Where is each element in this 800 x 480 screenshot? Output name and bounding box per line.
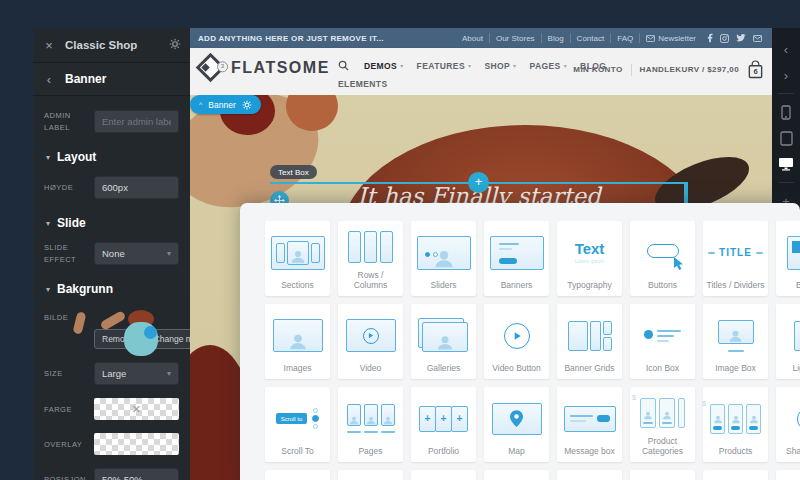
topbar-link-about[interactable]: About <box>456 34 489 43</box>
gear-icon[interactable] <box>242 100 252 110</box>
element-tile-typography[interactable]: TextLorem ipsumTypography <box>557 221 622 296</box>
element-tile-banner-grids[interactable]: Banner Grids <box>557 304 622 379</box>
instagram-icon[interactable] <box>720 34 729 43</box>
size-select[interactable]: Large ▾ <box>94 362 179 385</box>
posisjon-input[interactable] <box>94 468 179 480</box>
nav-item-features[interactable]: FEATURES▾ <box>417 61 472 71</box>
element-tile-label: Lightbox <box>779 363 800 374</box>
twitter-icon[interactable] <box>736 34 746 42</box>
element-tile-icon-box[interactable]: Icon Box <box>630 304 695 379</box>
topbar-link-our-stores[interactable]: Our Stores <box>490 34 541 43</box>
element-tile-share-icons[interactable]: Share icons <box>776 387 800 462</box>
element-tile-banners[interactable]: Banners <box>484 221 549 296</box>
element-tile-titles-dividers[interactable]: TITLETitles / Dividers <box>703 221 768 296</box>
element-tile-buttons[interactable]: Buttons <box>630 221 695 296</box>
portfolio-icon: +++ <box>414 395 473 442</box>
nav-item-shop[interactable]: SHOP▾ <box>484 61 516 71</box>
topbar-link-faq[interactable]: FAQ <box>611 34 639 43</box>
element-tile-rows-columns[interactable]: Rows / Columns <box>338 221 403 296</box>
element-tile-scroll-to[interactable]: Scroll toScroll To <box>265 387 330 462</box>
section-slide[interactable]: ▾ Slide <box>46 216 179 230</box>
element-tile-sections[interactable]: Sections <box>265 221 330 296</box>
element-tile-blocks[interactable]: Blocks <box>776 221 800 296</box>
element-tile-images[interactable]: Images <box>265 304 330 379</box>
section-layout[interactable]: ▾ Layout <box>46 150 179 164</box>
close-icon[interactable]: × <box>33 38 65 53</box>
element-tile-follow-button[interactable] <box>265 470 330 480</box>
facebook-icon[interactable] <box>707 33 713 43</box>
product-categories-icon: $ <box>633 395 692 432</box>
desktop-icon[interactable] <box>772 151 800 177</box>
banner-element-tag[interactable]: ^ Banner <box>190 95 261 114</box>
element-tile-label: Banners <box>487 280 546 291</box>
banner-tag-label: Banner <box>208 100 235 110</box>
element-tile-message-box[interactable]: Message box <box>557 387 622 462</box>
element-tile-countdown[interactable]: 10DAYS19 <box>484 470 549 480</box>
element-tile-product-categories[interactable]: $Product Categories <box>630 387 695 462</box>
element-tile-pages[interactable]: Pages <box>338 387 403 462</box>
hoyde-input[interactable] <box>94 176 179 199</box>
nav-item-elements[interactable]: ELEMENTS <box>338 79 387 89</box>
nav-item-demos[interactable]: DEMOS▾ <box>364 61 404 71</box>
account-link[interactable]: MIN KONTO <box>573 65 622 74</box>
element-tile-sliders[interactable]: Sliders <box>411 221 476 296</box>
phone-icon[interactable] <box>772 99 800 125</box>
newsletter-label: Newsletter <box>658 34 696 43</box>
chevron-down-icon: ▾ <box>46 153 50 162</box>
chevron-left-icon[interactable]: ‹ <box>772 36 800 62</box>
banners-icon <box>487 229 546 276</box>
search-icon[interactable] <box>338 60 349 71</box>
sections-icon <box>268 229 327 276</box>
newsletter-link[interactable]: Newsletter <box>640 34 702 43</box>
flatsome-logo[interactable]: 3 FLATSOME <box>200 57 330 78</box>
element-tile-accordion[interactable] <box>630 470 695 480</box>
farge-color-swatch[interactable] <box>94 398 179 420</box>
element-tile-team-member[interactable] <box>338 470 403 480</box>
add-element-button[interactable]: + <box>468 172 489 193</box>
admin-label-input[interactable] <box>94 110 179 133</box>
element-tile-label: Share icons <box>779 446 800 457</box>
logo-diamond-icon: 3 <box>196 53 226 83</box>
element-tile-lightbox[interactable]: Lightbox <box>776 304 800 379</box>
section-bakgrunn[interactable]: ▾ Bakgrunn <box>46 282 179 296</box>
element-tile-map[interactable]: Map <box>484 387 549 462</box>
element-tile-instagram[interactable] <box>703 470 768 480</box>
overlay-color-swatch[interactable] <box>94 433 179 455</box>
nav-item-pages[interactable]: PAGES▾ <box>530 61 568 71</box>
topbar-link-blog[interactable]: Blog <box>542 34 570 43</box>
element-tile-video[interactable]: Video <box>338 304 403 379</box>
bilde-label: Bilde <box>44 312 94 323</box>
typography-icon: TextLorem ipsum <box>560 229 619 276</box>
element-tile-label: Buttons <box>633 280 692 291</box>
site-header: 3 FLATSOME DEMOS▾FEATURES▾SHOP▾PAGES▾BLO… <box>190 48 772 95</box>
element-tile-image-box[interactable]: Image Box <box>703 304 768 379</box>
chevron-down-icon: ▾ <box>513 62 516 69</box>
element-tile-video-button[interactable]: Video Button <box>484 304 549 379</box>
page-title: Classic Shop <box>65 39 160 51</box>
element-tile-box[interactable] <box>776 470 800 480</box>
element-tile-label: Sliders <box>414 280 473 291</box>
email-icon[interactable] <box>753 35 762 42</box>
breadcrumb: Banner <box>65 72 106 86</box>
galleries-icon <box>414 312 473 359</box>
element-tile-testimonial[interactable]: ★★★ <box>411 470 476 480</box>
element-tile-logos[interactable]: Acme <box>557 470 622 480</box>
section-layout-title: Layout <box>57 150 96 164</box>
cart-bag-icon[interactable]: 6 <box>747 60 764 79</box>
element-tile-products[interactable]: $Products <box>703 387 768 462</box>
element-tile-galleries[interactable]: Galleries <box>411 304 476 379</box>
slide-effect-select[interactable]: None ▾ <box>94 242 179 265</box>
size-value: Large <box>102 368 126 379</box>
toolbar-divider <box>778 93 794 94</box>
cart-link[interactable]: HANDLEKURV / $297,00 <box>640 65 739 74</box>
chevron-down-icon: ▾ <box>468 62 471 69</box>
chevron-right-icon[interactable]: › <box>772 62 800 88</box>
tablet-icon[interactable] <box>772 125 800 151</box>
textbox-element-tag[interactable]: Text Box <box>270 165 317 179</box>
topbar-link-contact[interactable]: Contact <box>571 34 611 43</box>
element-tile-label: Banner Grids <box>560 363 619 374</box>
gear-icon[interactable] <box>160 36 190 54</box>
element-tile-portfolio[interactable]: +++Portfolio <box>411 387 476 462</box>
back-chevron-icon[interactable]: ‹ <box>33 72 65 87</box>
element-tile-label: Rows / Columns <box>341 270 400 291</box>
